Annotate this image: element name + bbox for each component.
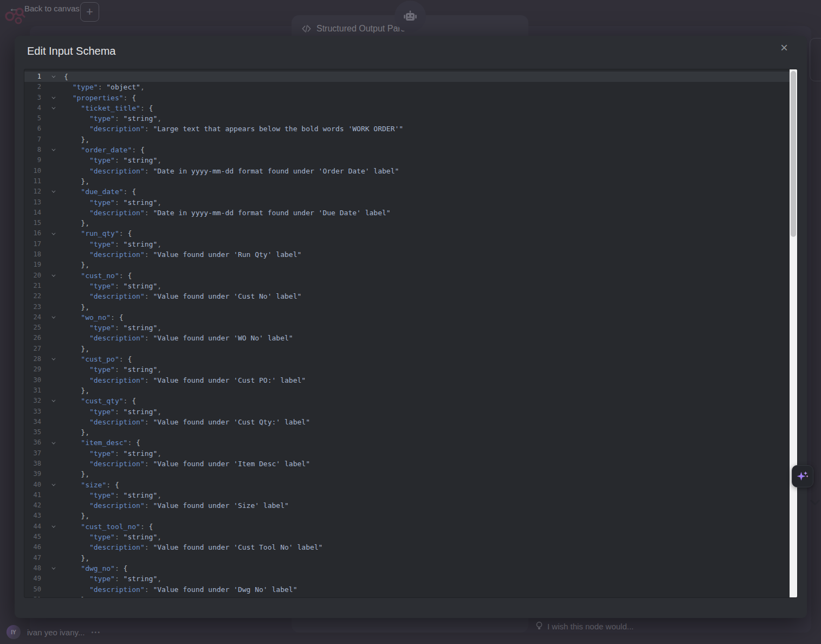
line-number: 29 bbox=[24, 364, 41, 375]
code-line[interactable]: 6 "description": "Large text that appear… bbox=[24, 124, 797, 134]
line-number: 22 bbox=[24, 291, 41, 301]
line-number: 12 bbox=[24, 186, 41, 197]
fold-chevron-icon[interactable] bbox=[41, 228, 64, 239]
fold-chevron-icon[interactable] bbox=[41, 480, 64, 490]
code-line[interactable]: 38 "description": "Value found under 'It… bbox=[24, 459, 797, 469]
code-line[interactable]: 29 "type": "string", bbox=[24, 364, 797, 375]
code-line[interactable]: 35 }, bbox=[24, 427, 797, 437]
code-line[interactable]: 30 "description": "Value found under 'Cu… bbox=[24, 375, 797, 385]
code-line[interactable]: 19 }, bbox=[24, 260, 797, 270]
fold-spacer bbox=[41, 218, 64, 228]
fold-chevron-icon[interactable] bbox=[41, 145, 64, 155]
code-line[interactable]: 5 "type": "string", bbox=[24, 113, 797, 124]
code-line[interactable]: 14 "description": "Date in yyyy-mm-dd fo… bbox=[24, 208, 797, 218]
code-line[interactable]: 43 }, bbox=[24, 511, 797, 521]
code-line[interactable]: 31 }, bbox=[24, 385, 797, 396]
code-line[interactable]: 47 }, bbox=[24, 553, 797, 563]
fold-spacer bbox=[41, 208, 64, 218]
code-line[interactable]: 1{ bbox=[24, 72, 797, 82]
line-number: 42 bbox=[24, 500, 41, 511]
fold-chevron-icon[interactable] bbox=[41, 271, 64, 281]
code-line[interactable]: 26 "description": "Value found under 'WO… bbox=[24, 333, 797, 343]
code-line[interactable]: 22 "description": "Value found under 'Cu… bbox=[24, 291, 797, 301]
fold-chevron-icon[interactable] bbox=[41, 103, 64, 113]
code-line[interactable]: 11 }, bbox=[24, 176, 797, 186]
code-line[interactable]: 48 "dwg_no": { bbox=[24, 563, 797, 574]
code-line[interactable]: 15 }, bbox=[24, 218, 797, 228]
close-button[interactable]: × bbox=[777, 40, 792, 55]
line-number: 20 bbox=[24, 271, 41, 281]
code-text: "type": "string", bbox=[64, 113, 161, 124]
code-line[interactable]: 13 "type": "string", bbox=[24, 197, 797, 208]
code-line[interactable]: 20 "cust_no": { bbox=[24, 271, 797, 281]
editor-scrollbar[interactable] bbox=[790, 69, 797, 597]
code-line[interactable]: 4 "ticket_title": { bbox=[24, 103, 797, 113]
ai-assistant-button[interactable] bbox=[792, 465, 813, 487]
code-line[interactable]: 44 "cust_tool_no": { bbox=[24, 521, 797, 532]
code-line[interactable]: 7 }, bbox=[24, 134, 797, 145]
schema-code-editor[interactable]: 1{2 "type": "object",3 "properties": {4 … bbox=[24, 69, 798, 598]
code-text: }, bbox=[64, 176, 89, 186]
code-line[interactable]: 34 "description": "Value found under 'Cu… bbox=[24, 417, 797, 427]
code-line[interactable]: 25 "type": "string", bbox=[24, 323, 797, 333]
fold-chevron-icon[interactable] bbox=[41, 72, 64, 82]
code-text: "description": "Value found under 'Cust … bbox=[64, 417, 310, 427]
code-line[interactable]: 8 "order_date": { bbox=[24, 145, 797, 155]
code-line[interactable]: 49 "type": "string", bbox=[24, 574, 797, 584]
code-line[interactable]: 24 "wo_no": { bbox=[24, 312, 797, 323]
code-text: "order_date": { bbox=[64, 145, 145, 155]
line-number: 32 bbox=[24, 396, 41, 406]
fold-chevron-icon[interactable] bbox=[41, 437, 64, 448]
fold-chevron-icon[interactable] bbox=[41, 396, 64, 406]
code-line[interactable]: 23 }, bbox=[24, 302, 797, 312]
code-line[interactable]: 27 }, bbox=[24, 344, 797, 354]
code-text: "type": "string", bbox=[64, 281, 161, 291]
code-line[interactable]: 51 }, bbox=[24, 595, 797, 598]
code-line[interactable]: 2 "type": "object", bbox=[24, 82, 797, 92]
fold-chevron-icon[interactable] bbox=[41, 312, 64, 323]
code-line[interactable]: 16 "run_qty": { bbox=[24, 228, 797, 239]
fold-chevron-icon[interactable] bbox=[41, 354, 64, 364]
line-number: 50 bbox=[24, 584, 41, 595]
fold-spacer bbox=[41, 500, 64, 511]
code-line[interactable]: 9 "type": "string", bbox=[24, 155, 797, 165]
scrollbar-thumb[interactable] bbox=[791, 71, 796, 237]
code-line[interactable]: 39 }, bbox=[24, 469, 797, 479]
code-line[interactable]: 40 "size": { bbox=[24, 480, 797, 490]
code-text: "cust_no": { bbox=[64, 271, 132, 281]
fold-chevron-icon[interactable] bbox=[41, 563, 64, 574]
line-number: 18 bbox=[24, 249, 41, 260]
code-line[interactable]: 41 "type": "string", bbox=[24, 490, 797, 500]
code-line[interactable]: 37 "type": "string", bbox=[24, 448, 797, 459]
code-line[interactable]: 10 "description": "Date in yyyy-mm-dd fo… bbox=[24, 166, 797, 176]
code-line[interactable]: 50 "description": "Value found under 'Dw… bbox=[24, 584, 797, 595]
code-line[interactable]: 36 "item_desc": { bbox=[24, 437, 797, 448]
code-text: "wo_no": { bbox=[64, 312, 124, 323]
code-line[interactable]: 3 "properties": { bbox=[24, 93, 797, 103]
fold-chevron-icon[interactable] bbox=[41, 93, 64, 103]
line-number: 45 bbox=[24, 532, 41, 542]
code-line[interactable]: 12 "due_date": { bbox=[24, 186, 797, 197]
fold-chevron-icon[interactable] bbox=[41, 521, 64, 532]
line-number: 40 bbox=[24, 480, 41, 490]
code-line[interactable]: 33 "type": "string", bbox=[24, 407, 797, 417]
code-line[interactable]: 45 "type": "string", bbox=[24, 532, 797, 542]
code-line[interactable]: 32 "cust_qty": { bbox=[24, 396, 797, 406]
line-number: 7 bbox=[24, 134, 41, 145]
fold-chevron-icon[interactable] bbox=[41, 186, 64, 197]
code-line[interactable]: 17 "type": "string", bbox=[24, 239, 797, 249]
line-number: 43 bbox=[24, 511, 41, 521]
fold-spacer bbox=[41, 176, 64, 186]
code-line[interactable]: 42 "description": "Value found under 'Si… bbox=[24, 500, 797, 511]
line-number: 27 bbox=[24, 344, 41, 354]
fold-spacer bbox=[41, 249, 64, 260]
line-number: 37 bbox=[24, 448, 41, 459]
code-line[interactable]: 28 "cust_po": { bbox=[24, 354, 797, 364]
fold-spacer bbox=[41, 239, 64, 249]
line-number: 44 bbox=[24, 521, 41, 532]
code-line[interactable]: 46 "description": "Value found under 'Cu… bbox=[24, 542, 797, 552]
code-line[interactable]: 18 "description": "Value found under 'Ru… bbox=[24, 249, 797, 260]
code-line[interactable]: 21 "type": "string", bbox=[24, 281, 797, 291]
code-lines: 1{2 "type": "object",3 "properties": {4 … bbox=[24, 72, 797, 598]
code-text: "dwg_no": { bbox=[64, 563, 127, 574]
